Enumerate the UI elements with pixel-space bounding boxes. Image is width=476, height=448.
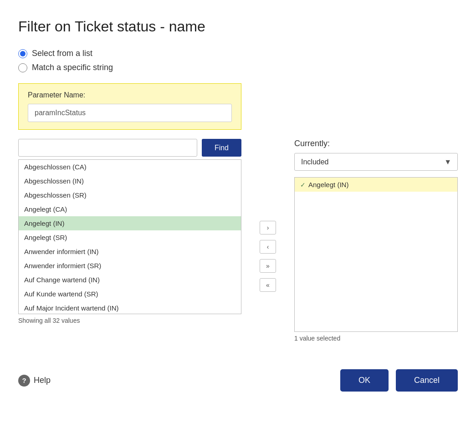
included-values-list[interactable]: ✓ Angelegt (IN) bbox=[294, 177, 458, 332]
list-item-selected[interactable]: Angelegt (IN) bbox=[19, 216, 241, 230]
list-item[interactable]: Abgeschlossen (IN) bbox=[19, 174, 241, 188]
left-panel: Find Abgeschlossen (CA) Abgeschlossen (I… bbox=[18, 139, 241, 324]
select-from-list-radio[interactable] bbox=[18, 49, 27, 58]
page-title: Filter on Ticket status - name bbox=[18, 18, 458, 35]
parameter-name-label: Parameter Name: bbox=[28, 91, 232, 99]
footer: ? Help OK Cancel bbox=[18, 369, 458, 392]
showing-text: Showing all 32 values bbox=[18, 317, 241, 324]
parameter-name-input[interactable] bbox=[28, 104, 232, 122]
checkmark-icon: ✓ bbox=[300, 181, 306, 188]
select-from-list-radio-label[interactable]: Select from a list bbox=[18, 49, 458, 58]
currently-select-wrapper: Included Excluded ▼ bbox=[294, 153, 458, 171]
right-panel: Currently: Included Excluded ▼ ✓ Angeleg… bbox=[294, 139, 458, 342]
list-item[interactable]: Auf Change wartend (IN) bbox=[19, 273, 241, 287]
included-item-label: Angelegt (IN) bbox=[308, 181, 348, 188]
find-button[interactable]: Find bbox=[202, 139, 241, 157]
move-all-right-button[interactable]: » bbox=[260, 259, 276, 273]
list-item[interactable]: Abgeschlossen (CA) bbox=[19, 160, 241, 174]
move-left-button[interactable]: ‹ bbox=[260, 240, 276, 254]
selected-count: 1 value selected bbox=[294, 335, 458, 342]
search-input[interactable] bbox=[18, 139, 197, 157]
currently-select[interactable]: Included Excluded bbox=[294, 153, 458, 171]
help-link[interactable]: ? Help bbox=[18, 375, 51, 387]
included-item-selected[interactable]: ✓ Angelegt (IN) bbox=[295, 178, 457, 192]
values-list[interactable]: Abgeschlossen (CA) Abgeschlossen (IN) Ab… bbox=[18, 159, 241, 314]
list-item[interactable]: Angelegt (CA) bbox=[19, 202, 241, 216]
list-item[interactable]: Anwender informiert (IN) bbox=[19, 244, 241, 259]
filter-type-radio-group: Select from a list Match a specific stri… bbox=[18, 49, 458, 72]
search-row: Find bbox=[18, 139, 241, 157]
match-string-radio-label[interactable]: Match a specific string bbox=[18, 63, 458, 72]
footer-buttons: OK Cancel bbox=[340, 369, 458, 392]
match-string-label: Match a specific string bbox=[32, 63, 113, 72]
list-item[interactable]: Auf Major Incident wartend (IN) bbox=[19, 301, 241, 314]
select-from-list-label: Select from a list bbox=[32, 49, 92, 58]
help-icon: ? bbox=[18, 375, 30, 387]
list-item[interactable]: Anwender informiert (SR) bbox=[19, 259, 241, 273]
list-item[interactable]: Abgeschlossen (SR) bbox=[19, 188, 241, 202]
transfer-controls: › ‹ » « bbox=[260, 139, 276, 292]
cancel-button[interactable]: Cancel bbox=[396, 369, 458, 392]
match-string-radio[interactable] bbox=[18, 63, 27, 72]
list-item[interactable]: Auf Kunde wartend (SR) bbox=[19, 287, 241, 301]
move-all-left-button[interactable]: « bbox=[260, 278, 276, 292]
move-right-button[interactable]: › bbox=[260, 221, 276, 234]
currently-label: Currently: bbox=[294, 139, 458, 148]
parameter-name-box: Parameter Name: bbox=[18, 83, 241, 130]
ok-button[interactable]: OK bbox=[340, 369, 389, 392]
list-item[interactable]: Angelegt (SR) bbox=[19, 230, 241, 244]
help-label: Help bbox=[34, 376, 51, 385]
main-content: Find Abgeschlossen (CA) Abgeschlossen (I… bbox=[18, 139, 458, 342]
